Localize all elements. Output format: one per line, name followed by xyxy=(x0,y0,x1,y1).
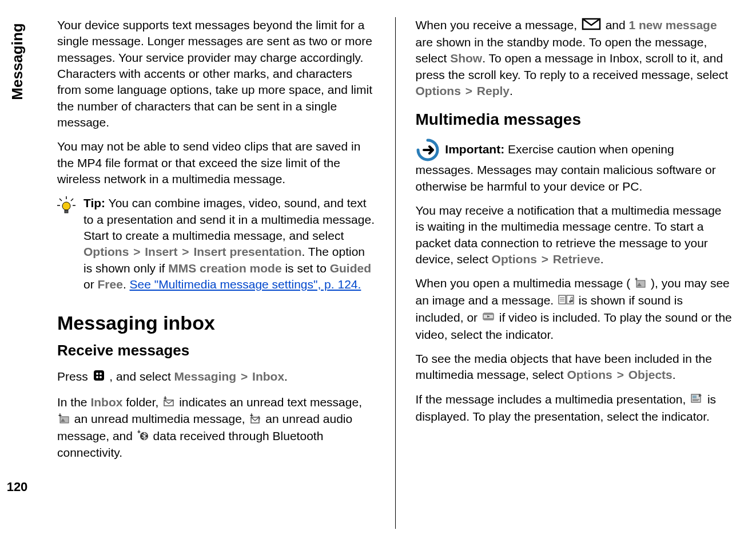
option-label: Objects xyxy=(628,368,673,381)
breadcrumb-sep: > xyxy=(540,252,550,266)
breadcrumb-sep: > xyxy=(464,84,474,97)
option-label: MMS creation mode xyxy=(168,262,281,275)
tip-text: Tip: You can combine images, video, soun… xyxy=(83,195,375,292)
paragraph: When you receive a message, and 1 new me… xyxy=(416,17,734,100)
option-label: Retrieve xyxy=(553,252,600,266)
text: . xyxy=(510,84,513,97)
svg-point-8 xyxy=(96,373,98,375)
text: When you receive a message, xyxy=(416,18,580,31)
text: . xyxy=(123,278,130,291)
paragraph: Your device supports text messages beyon… xyxy=(57,17,375,130)
left-column: Your device supports text messages beyon… xyxy=(57,17,375,529)
svg-rect-22 xyxy=(636,280,645,287)
svg-rect-34 xyxy=(693,395,697,398)
important-label: Important: xyxy=(445,143,504,156)
important-icon xyxy=(416,138,440,162)
paragraph: In the Inbox folder, + indicates an unre… xyxy=(57,394,375,461)
sound-included-icon xyxy=(558,293,574,309)
option-label: Guided xyxy=(330,262,371,275)
svg-point-11 xyxy=(100,376,102,378)
unread-audio-icon: + xyxy=(250,412,261,428)
option-label: Inbox xyxy=(90,395,122,409)
option-label: Options xyxy=(416,84,461,97)
svg-point-5 xyxy=(62,202,70,210)
tip-icon xyxy=(57,196,75,215)
text: . xyxy=(600,252,604,266)
cross-reference-link[interactable]: See "Multimedia message settings", p. 12… xyxy=(130,278,361,291)
option-label: Options xyxy=(567,368,612,381)
unread-mms-icon: + xyxy=(58,412,70,428)
svg-text:+: + xyxy=(137,429,141,435)
breadcrumb-sep: > xyxy=(132,245,141,258)
breadcrumb-sep: > xyxy=(240,370,249,383)
svg-rect-32 xyxy=(483,318,494,320)
page-number: 120 xyxy=(7,480,28,494)
text: . xyxy=(284,370,288,383)
envelope-icon xyxy=(582,18,601,34)
svg-point-10 xyxy=(96,376,98,378)
page: Messaging 120 Your device supports text … xyxy=(0,0,756,546)
subheading-multimedia: Multimedia messages xyxy=(416,109,734,130)
paragraph: You may not be able to send video clips … xyxy=(57,139,375,187)
option-label: Insert presentation xyxy=(193,245,301,258)
text: and xyxy=(606,18,629,31)
paragraph: Press , and select Messaging > Inbox. xyxy=(57,369,375,386)
text: an unread multimedia message, xyxy=(74,412,249,425)
text: , and select xyxy=(109,370,174,383)
paragraph: If the message includes a multimedia pre… xyxy=(416,391,734,425)
column-divider xyxy=(395,17,396,529)
svg-rect-6 xyxy=(65,210,68,213)
important-block: Important: Exercise caution when opening… xyxy=(416,138,734,195)
svg-point-9 xyxy=(100,373,102,375)
svg-rect-31 xyxy=(483,313,494,315)
mms-icon: + xyxy=(635,276,646,292)
paragraph: When you open a multimedia message ( + )… xyxy=(416,275,734,343)
svg-point-29 xyxy=(571,300,573,302)
text: . xyxy=(673,368,676,381)
option-label: Inbox xyxy=(252,370,284,383)
breadcrumb-sep: > xyxy=(616,368,625,381)
text: When you open a multimedia message ( xyxy=(416,276,631,290)
option-label: Show xyxy=(450,52,482,65)
tip-label: Tip: xyxy=(83,196,105,209)
subheading-receive: Receive messages xyxy=(57,341,375,361)
option-label: Free xyxy=(98,278,123,291)
unread-text-icon: + xyxy=(163,395,174,411)
bluetooth-data-icon: + xyxy=(137,429,149,445)
svg-rect-7 xyxy=(94,370,104,381)
paragraph: You may receive a notification that a mu… xyxy=(416,203,734,267)
option-label: Reply xyxy=(477,84,510,97)
svg-line-2 xyxy=(71,199,73,201)
text: Press xyxy=(57,370,91,383)
text: indicates an unread text message, xyxy=(179,395,362,409)
text: If the message includes a multimedia pre… xyxy=(416,393,690,406)
video-included-icon xyxy=(482,310,495,326)
option-label: Messaging xyxy=(174,370,237,383)
text: or xyxy=(83,278,98,291)
content-area: Your device supports text messages beyon… xyxy=(34,0,756,546)
menu-key-icon xyxy=(93,369,105,386)
section-label-text: Messaging xyxy=(9,23,26,100)
side-margin: Messaging 120 xyxy=(0,0,34,546)
text: folder, xyxy=(122,395,162,409)
paragraph: To see the media objects that have been … xyxy=(416,351,734,383)
option-label: Options xyxy=(492,252,537,266)
option-label: Insert xyxy=(145,245,177,258)
option-label: Options xyxy=(83,245,129,258)
tip-block: Tip: You can combine images, video, soun… xyxy=(57,195,375,292)
section-label: Messaging xyxy=(9,23,26,100)
text: is set to xyxy=(282,262,330,275)
presentation-icon xyxy=(690,392,703,409)
breadcrumb-sep: > xyxy=(181,245,190,258)
right-column: When you receive a message, and 1 new me… xyxy=(416,17,734,529)
svg-line-1 xyxy=(59,199,62,201)
status-text: 1 new message xyxy=(629,18,717,31)
svg-rect-15 xyxy=(60,417,69,423)
text: In the xyxy=(57,395,90,409)
text: You can combine images, video, sound, an… xyxy=(83,196,375,242)
heading-inbox: Messaging inbox xyxy=(57,310,375,337)
